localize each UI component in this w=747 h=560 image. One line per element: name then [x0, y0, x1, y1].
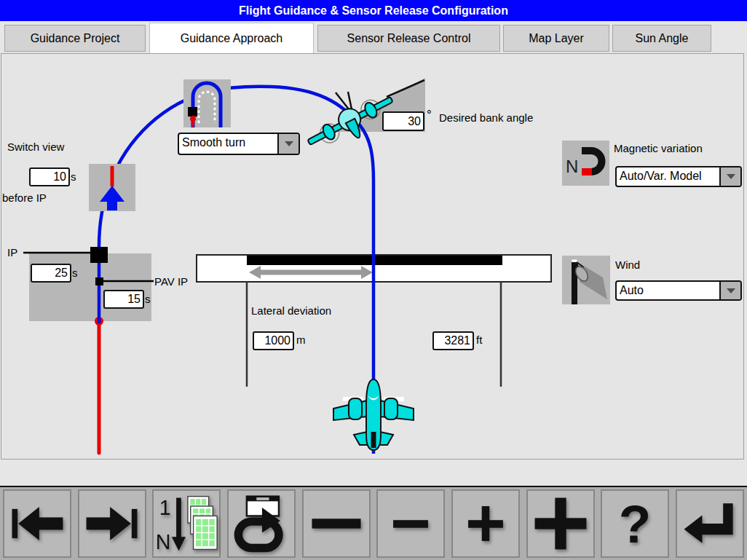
- bottom-toolbar: 1 N: [0, 486, 747, 560]
- wind-value: Auto: [617, 282, 719, 299]
- arrow-right-bar-icon: [79, 491, 145, 556]
- pav-ip-time-input[interactable]: [103, 290, 144, 309]
- table-cards-glyph: [188, 497, 217, 550]
- ip-time-input[interactable]: [31, 264, 71, 283]
- turn-pattern-icon: [183, 79, 231, 127]
- decrease-button[interactable]: [376, 489, 445, 558]
- tab-guidance-approach[interactable]: Guidance Approach: [149, 23, 314, 53]
- flight-guidance-window: Flight Guidance & Sensor Release Configu…: [0, 0, 747, 560]
- help-glyph: ?: [619, 494, 651, 553]
- increase-large-button[interactable]: [526, 489, 595, 558]
- switch-view-icon: [89, 164, 135, 211]
- decrease-large-button[interactable]: [302, 489, 371, 558]
- chevron-down-icon: [285, 141, 293, 146]
- magnet-icon: N: [562, 141, 609, 186]
- go-last-button[interactable]: [78, 489, 146, 558]
- magnetic-variation-value: Auto/Var. Model: [617, 167, 719, 186]
- bank-angle-input[interactable]: [382, 111, 424, 131]
- ip-label: IP: [7, 246, 17, 259]
- switch-view-arrow-icon: [89, 164, 135, 211]
- cycle-windows-button[interactable]: [227, 489, 296, 558]
- plus-icon: [453, 491, 518, 556]
- chevron-down-icon: [727, 174, 735, 179]
- sort-first-label: 1: [159, 496, 171, 519]
- window-loop-icon: [229, 491, 294, 556]
- arrow-left-bar-icon: [4, 491, 70, 556]
- title-bar: Flight Guidance & Sensor Release Configu…: [0, 0, 747, 21]
- magnetic-variation-label: Magnetic variation: [614, 142, 703, 154]
- sort-1-to-n-icon: 1 N: [154, 491, 219, 556]
- switch-view-unit: s: [71, 170, 76, 183]
- tab-guidance-project[interactable]: Guidance Project: [4, 25, 146, 52]
- windsock-glyph: [562, 256, 610, 304]
- magnet-north-letter: N: [566, 157, 578, 176]
- increase-button[interactable]: [451, 489, 520, 558]
- sort-sequence-button[interactable]: 1 N: [152, 489, 221, 558]
- minus-large-icon: [304, 491, 369, 556]
- lateral-deviation-ft-unit: ft: [476, 334, 482, 346]
- lateral-deviation-m-unit: m: [296, 334, 306, 346]
- tab-sensor-release-control[interactable]: Sensor Release Control: [317, 25, 500, 52]
- page-title: Flight Guidance & Sensor Release Configu…: [239, 4, 508, 17]
- go-first-button[interactable]: [3, 489, 71, 558]
- magnetic-variation-dropdown-button[interactable]: [719, 167, 740, 186]
- magnetic-variation-select[interactable]: Auto/Var. Model: [615, 166, 742, 187]
- turn-mode-value: Smooth turn: [179, 134, 277, 154]
- tab-map-layer[interactable]: Map Layer: [503, 25, 609, 52]
- lateral-deviation-label: Lateral deviation: [251, 304, 331, 317]
- plus-large-icon: [528, 491, 593, 556]
- lateral-deviation-ft-input[interactable]: [432, 331, 474, 350]
- enter-button[interactable]: [676, 489, 744, 558]
- wind-dropdown-button[interactable]: [719, 282, 740, 299]
- ip-unit: s: [72, 267, 78, 279]
- help-button[interactable]: ?: [601, 489, 669, 558]
- smooth-turn-icon: [183, 79, 231, 127]
- before-ip-label: before IP: [2, 192, 47, 204]
- tab-sun-angle[interactable]: Sun Angle: [612, 25, 711, 52]
- turn-mode-select[interactable]: Smooth turn: [178, 133, 300, 155]
- question-mark-icon: ?: [602, 491, 668, 556]
- switch-view-time-input[interactable]: [29, 167, 70, 186]
- lateral-deviation-m-input[interactable]: [253, 331, 294, 350]
- bank-angle-unit: °: [427, 108, 432, 122]
- windsock-icon: [562, 256, 610, 304]
- magnet-glyph: N: [562, 141, 609, 186]
- wind-select[interactable]: Auto: [615, 280, 742, 301]
- bank-angle-label: Desired bank angle: [439, 111, 533, 124]
- pav-ip-label: PAV IP: [154, 275, 188, 288]
- wind-label: Wind: [615, 259, 640, 271]
- switch-view-label: Switch view: [7, 141, 64, 153]
- pav-ip-unit: s: [145, 293, 151, 305]
- sort-last-label: N: [156, 530, 171, 553]
- turn-mode-dropdown-button[interactable]: [277, 134, 299, 154]
- enter-arrow-icon: [677, 491, 743, 556]
- minus-icon: [378, 491, 443, 556]
- chevron-down-icon: [727, 288, 735, 293]
